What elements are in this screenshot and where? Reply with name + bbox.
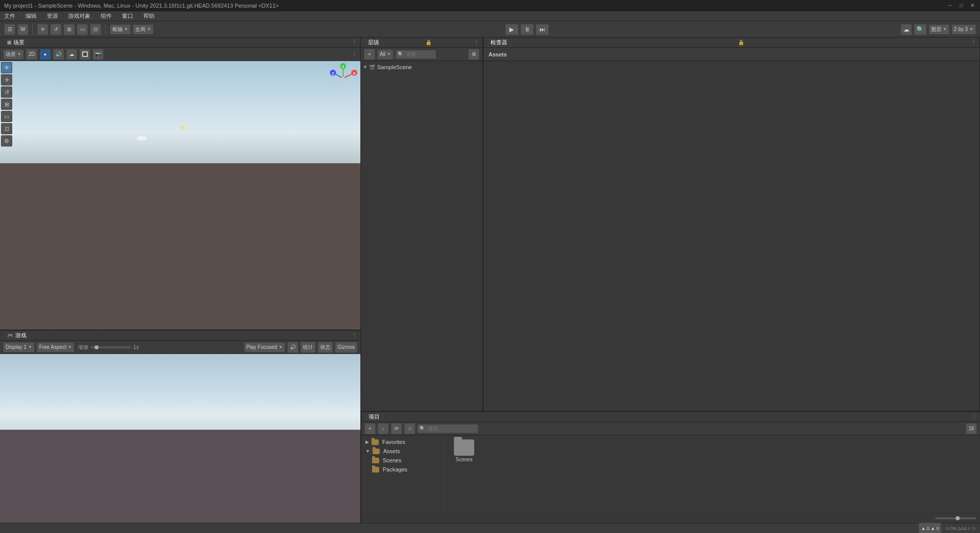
pause-button[interactable]: ⏸ bbox=[520, 24, 534, 35]
play-focused-dropdown[interactable]: Play Focused ▼ bbox=[244, 342, 286, 352]
project-add-button[interactable]: + bbox=[364, 423, 376, 434]
scene-scale-tool[interactable]: ⊞ bbox=[1, 99, 12, 110]
pivot-dropdown[interactable]: 枢轴 ▼ bbox=[110, 24, 131, 35]
left-area: ⊞ 场景 ⋮ 场景 ▼ 2D ● 🔊 ☁ 🔳 📷 ⋮ bbox=[0, 38, 361, 523]
transform-tool-button[interactable]: ⊡ bbox=[90, 24, 101, 35]
project-options[interactable]: ⋮ bbox=[971, 413, 977, 420]
svg-text:Y: Y bbox=[342, 65, 345, 69]
scene-icon: 🎬 bbox=[369, 65, 375, 70]
project-scenes-item[interactable]: Scenes bbox=[363, 456, 442, 465]
zoom-slider[interactable] bbox=[90, 346, 131, 348]
scene-lighting-button[interactable]: ● bbox=[40, 49, 51, 60]
inspector-assets-label: Assets bbox=[486, 51, 509, 57]
inspector-lock-icon[interactable]: 🔒 bbox=[738, 39, 745, 46]
game-state-button[interactable]: 状态 bbox=[318, 342, 333, 353]
scene-tab[interactable]: ⊞ 场景 bbox=[3, 38, 28, 47]
inspector-tab[interactable]: 检查器 bbox=[486, 38, 511, 47]
global-dropdown[interactable]: 全局 ▼ bbox=[133, 24, 154, 35]
gizmo-cube[interactable]: X Y Z Persp bbox=[328, 63, 358, 94]
scene-custom-tool[interactable]: ⚙ bbox=[1, 135, 12, 146]
scene-overlay-button[interactable]: 🔳 bbox=[79, 49, 90, 60]
project-assets-item[interactable]: ▼ Assets bbox=[363, 447, 442, 456]
move-tool-button[interactable]: ✛ bbox=[37, 24, 48, 35]
project-packages-item[interactable]: Packages bbox=[363, 465, 442, 474]
play-focused-label: Play Focused bbox=[247, 344, 278, 350]
scene-audio-button[interactable]: 🔊 bbox=[53, 49, 64, 60]
svg-text:Persp: Persp bbox=[339, 86, 347, 89]
scene-toolbar-options[interactable]: ⋮ bbox=[352, 51, 357, 57]
menu-help[interactable]: 帮助 bbox=[141, 12, 157, 20]
game-stats-button[interactable]: 统计 bbox=[300, 342, 316, 353]
project-tab[interactable]: 项目 bbox=[364, 412, 384, 422]
hierarchy-options[interactable]: ⋮ bbox=[474, 39, 479, 46]
game-gizmos-button[interactable]: Gizmos bbox=[335, 342, 357, 353]
scene-panel-options[interactable]: ⋮ bbox=[352, 39, 357, 46]
scale-tool-button[interactable]: ⊞ bbox=[64, 24, 75, 35]
play-button[interactable]: ▶ bbox=[505, 24, 518, 35]
scene-toolbar: 场景 ▼ 2D ● 🔊 ☁ 🔳 📷 ⋮ bbox=[0, 48, 360, 61]
menu-file[interactable]: 文件 bbox=[2, 12, 17, 20]
scene-rect-tool[interactable]: ▭ bbox=[1, 111, 12, 122]
menu-component[interactable]: 组件 bbox=[99, 12, 114, 20]
maximize-button[interactable]: □ bbox=[958, 2, 965, 9]
rotate-tool-button[interactable]: ↺ bbox=[50, 24, 62, 35]
project-filter-button[interactable]: 16 bbox=[966, 423, 977, 434]
notification-button[interactable]: ▲ 0 ▲ 0 bbox=[918, 523, 941, 534]
project-scrollbar-area bbox=[361, 513, 980, 523]
scene-transform-tool[interactable]: ⊡ bbox=[1, 123, 12, 134]
scene-rotate-tool[interactable]: ↺ bbox=[1, 86, 12, 98]
scene-view-dropdown[interactable]: 场景 ▼ bbox=[3, 49, 24, 60]
scene-view: 👁 ✛ ↺ ⊞ ▭ ⊡ ⚙ bbox=[0, 61, 360, 330]
scene-camera-button[interactable]: 📷 bbox=[93, 49, 104, 60]
menu-assets[interactable]: 资源 bbox=[45, 12, 60, 20]
layout-dropdown[interactable]: 2 by 3 ▼ bbox=[952, 24, 976, 35]
close-button[interactable]: ✕ bbox=[969, 2, 976, 9]
search-button[interactable]: 🔍 bbox=[914, 24, 927, 35]
step-button[interactable]: ⏭ bbox=[536, 24, 549, 35]
inspector-options[interactable]: ⋮ bbox=[971, 39, 976, 46]
hierarchy-add-button[interactable]: + bbox=[364, 49, 375, 60]
menu-window[interactable]: 窗口 bbox=[120, 12, 135, 20]
project-zoom-slider[interactable] bbox=[935, 517, 976, 519]
game-audio-button[interactable]: 🔊 bbox=[287, 342, 298, 353]
scene-fx-button[interactable]: ☁ bbox=[66, 49, 77, 60]
notification-area: ▲ 0 ▲ 0 bbox=[918, 523, 941, 534]
cloud-button[interactable]: ☁ bbox=[901, 24, 912, 35]
menu-gameobject[interactable]: 游戏对象 bbox=[66, 12, 93, 20]
packages-label: Packages bbox=[383, 466, 407, 472]
project-favorites-item[interactable]: ▶ Favorites bbox=[363, 437, 442, 447]
game-tab-bar: 🎮 游戏 ⋮ bbox=[0, 331, 360, 341]
layers-dropdown[interactable]: 图层 ▼ bbox=[929, 24, 950, 35]
game-state-label: 状态 bbox=[320, 344, 330, 351]
hierarchy-scene-item[interactable]: ▼ 🎬 SampleScene bbox=[361, 62, 482, 72]
game-panel-options[interactable]: ⋮ bbox=[352, 332, 357, 339]
hierarchy-tab[interactable]: 层级 bbox=[364, 38, 383, 47]
game-display-dropdown[interactable]: Display 1 ▼ bbox=[3, 342, 35, 352]
hierarchy-search-input[interactable] bbox=[395, 50, 436, 59]
hierarchy-filter-button[interactable]: ⚙ bbox=[468, 49, 479, 60]
right-area: 层级 🔒 ⋮ + All ▼ 🔍 ⚙ bbox=[361, 38, 980, 523]
game-stats-label: 统计 bbox=[303, 344, 313, 351]
w-tool-button[interactable]: W bbox=[17, 24, 28, 35]
scene-move-tool[interactable]: ✛ bbox=[1, 74, 12, 85]
hierarchy-lock-icon[interactable]: 🔒 bbox=[425, 39, 432, 46]
project-bookmark-button[interactable]: ☆ bbox=[404, 423, 415, 434]
minimize-button[interactable]: ─ bbox=[946, 2, 954, 9]
hand-tool-button[interactable]: ☰ bbox=[4, 24, 15, 35]
game-aspect-dropdown[interactable]: Free Aspect ▼ bbox=[37, 342, 74, 352]
pivot-arrow-icon: ▼ bbox=[124, 27, 128, 32]
scenes-big-folder[interactable]: Scenes bbox=[449, 437, 479, 464]
project-import-button[interactable]: ↓ bbox=[378, 423, 389, 434]
toolbar-separator-2 bbox=[105, 24, 106, 35]
project-refresh-button[interactable]: ⟳ bbox=[391, 423, 402, 434]
layers-arrow-icon: ▼ bbox=[943, 27, 947, 32]
hierarchy-all-dropdown[interactable]: All ▼ bbox=[377, 49, 393, 60]
game-tab[interactable]: 🎮 游戏 bbox=[3, 331, 30, 340]
scene-eye-tool[interactable]: 👁 bbox=[1, 62, 12, 73]
project-search-input[interactable] bbox=[417, 424, 478, 433]
rect-tool-button[interactable]: ▭ bbox=[77, 24, 88, 35]
menu-edit[interactable]: 编辑 bbox=[23, 12, 39, 20]
layout-arrow-icon: ▼ bbox=[969, 27, 973, 32]
play-focused-arrow: ▼ bbox=[279, 345, 283, 349]
scene-2d-button[interactable]: 2D bbox=[26, 49, 38, 60]
